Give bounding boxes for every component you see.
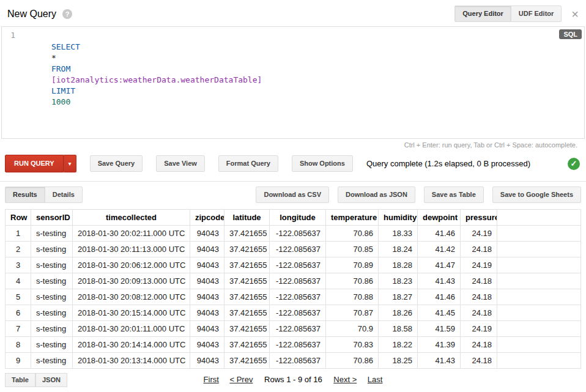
table-row: 6s-testing2018-01-30 20:15:14.000 UTC940… — [6, 305, 581, 321]
table-cell: -122.085637 — [270, 257, 326, 273]
table-cell: 94043 — [190, 226, 224, 242]
pagination-first[interactable]: First — [204, 375, 219, 384]
editor-mode-switch: Query Editor UDF Editor — [454, 6, 562, 22]
table-row: 5s-testing2018-01-30 20:08:12.000 UTC940… — [6, 289, 581, 305]
save-view-button[interactable]: Save View — [156, 155, 205, 172]
results-actions: Download as CSV Download as JSON Save as… — [256, 187, 581, 203]
table-cell: 24.19 — [461, 226, 497, 242]
table-cell: 37.421655 — [224, 289, 270, 305]
table-cell: 18.25 — [379, 353, 418, 369]
udf-editor-button[interactable]: UDF Editor — [511, 6, 562, 22]
sql-editor[interactable]: 1 SELECT * FROM [iot2analytics:weatherDa… — [1, 26, 585, 139]
table-cell: 8 — [6, 337, 31, 353]
table-cell: s-testing — [31, 353, 73, 369]
pagination-last[interactable]: Last — [368, 375, 383, 384]
sql-badge: SQL — [559, 29, 582, 39]
table-cell-filler — [497, 273, 581, 289]
table-cell: 37.421655 — [224, 257, 270, 273]
results-table-container: RowsensorIDtimecollectedzipcodelatitudel… — [0, 208, 586, 369]
table-cell: 37.421655 — [224, 353, 270, 369]
table-cell: 2018-01-30 20:08:12.000 UTC — [73, 289, 190, 305]
close-icon[interactable]: × — [571, 8, 579, 20]
show-options-button[interactable]: Show Options — [292, 155, 353, 172]
table-cell: 7 — [6, 321, 31, 337]
tab-details[interactable]: Details — [45, 187, 83, 203]
pagination-prev[interactable]: < Prev — [229, 375, 253, 384]
column-header-timecollected: timecollected — [73, 210, 190, 226]
table-cell: 24.18 — [461, 337, 497, 353]
success-check-icon: ✓ — [568, 158, 580, 170]
table-cell: 41.47 — [418, 257, 461, 273]
table-cell: 41.45 — [418, 305, 461, 321]
table-cell: 94043 — [190, 353, 224, 369]
table-cell: 2018-01-30 20:11:13.000 UTC — [73, 242, 190, 257]
table-cell: 1 — [6, 226, 31, 242]
table-row: 7s-testing2018-01-30 20:01:11.000 UTC940… — [6, 321, 581, 337]
results-tabs: Results Details — [5, 187, 83, 203]
table-cell: 70.89 — [326, 257, 379, 273]
table-cell: 2 — [6, 242, 31, 257]
query-toolbar: RUN QUERY ▾ Save Query Save View Format … — [0, 150, 586, 181]
download-json-button[interactable]: Download as JSON — [338, 187, 415, 203]
query-editor-button[interactable]: Query Editor — [454, 6, 511, 22]
table-cell: 37.421655 — [224, 273, 270, 289]
table-cell: -122.085637 — [270, 353, 326, 369]
query-text[interactable]: SELECT * FROM [iot2analytics:weatherData… — [20, 27, 584, 138]
table-cell: 94043 — [190, 321, 224, 337]
table-cell: 41.42 — [418, 242, 461, 257]
table-cell: 24.18 — [461, 353, 497, 369]
table-cell: 94043 — [190, 305, 224, 321]
table-cell: 94043 — [190, 257, 224, 273]
table-cell-filler — [497, 242, 581, 257]
table-cell: 2018-01-30 20:09:13.000 UTC — [73, 273, 190, 289]
tab-results[interactable]: Results — [5, 187, 45, 203]
column-header-longitude: longitude — [270, 210, 326, 226]
table-cell: 41.46 — [418, 226, 461, 242]
run-query-dropdown-button[interactable]: ▾ — [64, 155, 76, 172]
table-cell: 24.18 — [461, 289, 497, 305]
table-cell: s-testing — [31, 273, 73, 289]
table-cell: 70.83 — [326, 337, 379, 353]
table-cell: -122.085637 — [270, 226, 326, 242]
table-row: 9s-testing2018-01-30 20:13:14.000 UTC940… — [6, 353, 581, 369]
header: New Query ? Query Editor UDF Editor × — [0, 0, 586, 26]
query-status: Query complete (1.2s elapsed, 0 B proces… — [366, 159, 530, 168]
table-cell: 37.421655 — [224, 321, 270, 337]
table-cell: 2018-01-30 20:14:14.000 UTC — [73, 337, 190, 353]
line-number: 1 — [10, 31, 15, 40]
table-cell: -122.085637 — [270, 289, 326, 305]
table-cell-filler — [497, 353, 581, 369]
table-cell: -122.085637 — [270, 242, 326, 257]
table-cell: 2018-01-30 20:01:11.000 UTC — [73, 321, 190, 337]
pagination-next[interactable]: Next > — [333, 375, 357, 384]
table-cell: 70.85 — [326, 242, 379, 257]
table-cell: 18.28 — [379, 257, 418, 273]
save-as-table-button[interactable]: Save as Table — [424, 187, 484, 203]
table-cell-filler — [497, 337, 581, 353]
table-cell-filler — [497, 257, 581, 273]
help-icon[interactable]: ? — [62, 9, 72, 19]
table-cell: 5 — [6, 289, 31, 305]
column-header-dewpoint: dewpoint — [418, 210, 461, 226]
table-cell: 18.58 — [379, 321, 418, 337]
table-cell: 70.86 — [326, 226, 379, 242]
table-cell: 24.18 — [461, 273, 497, 289]
format-query-button[interactable]: Format Query — [218, 155, 278, 172]
save-to-sheets-button[interactable]: Save to Google Sheets — [492, 187, 581, 203]
table-cell-filler — [497, 305, 581, 321]
table-cell: 41.46 — [418, 289, 461, 305]
autocomplete-hint: Ctrl + Enter: run query, Tab or Ctrl + S… — [0, 139, 586, 150]
table-cell: 37.421655 — [224, 226, 270, 242]
table-cell: -122.085637 — [270, 337, 326, 353]
results-table: RowsensorIDtimecollectedzipcodelatitudel… — [5, 209, 581, 369]
save-query-button[interactable]: Save Query — [90, 155, 143, 172]
table-cell-filler — [497, 226, 581, 242]
download-csv-button[interactable]: Download as CSV — [256, 187, 329, 203]
sql-operator-star: * — [51, 53, 56, 62]
table-cell: s-testing — [31, 242, 73, 257]
table-cell: s-testing — [31, 337, 73, 353]
sql-keyword-limit: LIMIT — [51, 86, 75, 95]
table-cell: s-testing — [31, 289, 73, 305]
run-query-button[interactable]: RUN QUERY — [5, 155, 64, 172]
column-header-temperature: temperature — [326, 210, 379, 226]
